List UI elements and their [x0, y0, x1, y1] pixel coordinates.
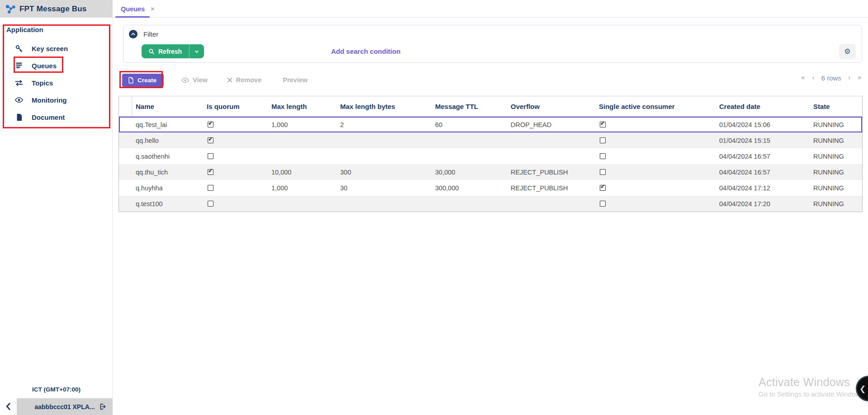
cell-message-ttl: [432, 148, 507, 164]
table-row[interactable]: q.test10004/04/2024 17:20RUNNING: [119, 196, 862, 212]
cell-name: qq.hello: [132, 132, 203, 148]
column-header[interactable]: State: [810, 96, 862, 116]
column-header[interactable]: Message TTL: [432, 96, 507, 116]
sidebar-item-monitoring[interactable]: Monitoring: [0, 91, 113, 108]
cell-created-date: 01/04/2024 15:06: [716, 117, 810, 132]
cell-message-ttl: [432, 132, 507, 148]
cell-max-length: 1,000: [268, 180, 337, 196]
checked-checkbox-icon: [600, 122, 606, 127]
unchecked-checkbox-icon: [208, 185, 213, 191]
column-header[interactable]: Overflow: [507, 96, 595, 116]
column-header[interactable]: Name: [132, 96, 203, 116]
table-row[interactable]: qq.thu_tich10,00030030,000REJECT_PUBLISH…: [119, 164, 862, 180]
cell-name: qq.Test_lai: [132, 117, 203, 132]
sidebar: FPT Message Bus Application Key screenQu…: [0, 0, 113, 415]
filter-panel: Filter Refresh Add search condition ⚙: [123, 25, 862, 63]
user-bar: aabbbccc01 XPLA...: [0, 398, 113, 415]
row-indicator-cell: [119, 164, 132, 180]
table-row[interactable]: q.huyhha1,00030300,000REJECT_PUBLISH04/0…: [119, 180, 862, 196]
queues-table: NameIs quorumMax lengthMax length bytesM…: [119, 96, 863, 212]
cell-overflow: [507, 148, 595, 164]
remove-button[interactable]: Remove: [227, 76, 261, 84]
table-row[interactable]: qq.hello01/04/2024 15:15RUNNING: [119, 132, 862, 148]
create-button[interactable]: Create: [122, 74, 164, 87]
topics-icon: [15, 79, 23, 87]
cell-max-length-bytes: 2: [337, 117, 432, 132]
row-indicator-cell: [119, 196, 132, 212]
cell-overflow: DROP_HEAD: [507, 117, 595, 132]
column-header[interactable]: Max length: [268, 96, 337, 116]
search-icon: [148, 48, 155, 55]
sidebar-item-key-screen[interactable]: Key screen: [0, 40, 113, 57]
last-page-icon[interactable]: »: [858, 74, 862, 82]
row-indicator-cell: [119, 148, 132, 164]
column-header[interactable]: Created date: [716, 96, 810, 116]
sidebar-item-queues[interactable]: Queues: [0, 57, 113, 74]
cell-name: q.huyhha: [132, 180, 203, 196]
table-header-row: NameIs quorumMax lengthMax length bytesM…: [119, 96, 862, 117]
preview-button[interactable]: Preview: [283, 76, 308, 84]
view-label: View: [193, 76, 208, 84]
sidebar-item-topics[interactable]: Topics: [0, 74, 113, 91]
cell-created-date: 04/04/2024 17:12: [716, 180, 810, 196]
checked-checkbox-icon: [208, 169, 213, 175]
cell-single-active-consumer: [595, 132, 716, 148]
row-indicator-cell: [119, 180, 132, 196]
cell-max-length: [268, 196, 337, 212]
view-button[interactable]: View: [181, 76, 208, 84]
column-header[interactable]: Is quorum: [203, 96, 268, 116]
row-indicator-cell: [119, 132, 132, 148]
refresh-dropdown-icon[interactable]: [189, 44, 204, 58]
table-row[interactable]: q.saothenhi04/04/2024 16:57RUNNING: [119, 148, 862, 164]
user-account[interactable]: aabbbccc01 XPLA...: [17, 398, 113, 415]
sidebar-section-label: Application: [6, 26, 43, 33]
app-logo-icon: [5, 4, 15, 14]
cell-created-date: 01/04/2024 15:15: [716, 132, 810, 148]
rows-count-label: 6 rows: [821, 74, 841, 82]
document-icon: [15, 113, 23, 121]
preview-label: Preview: [283, 76, 308, 84]
logout-icon[interactable]: [99, 403, 107, 410]
app-header: FPT Message Bus: [0, 0, 113, 18]
cell-state: RUNNING: [810, 117, 862, 132]
row-indicator-cell: [119, 117, 132, 132]
tab-queues[interactable]: Queues ✕: [115, 0, 160, 18]
cell-overflow: REJECT_PUBLISH: [507, 180, 595, 196]
add-search-condition-link[interactable]: Add search condition: [331, 47, 400, 55]
cell-name: q.test100: [132, 196, 203, 212]
key-icon: [15, 44, 23, 52]
cell-single-active-consumer: [595, 117, 716, 132]
table-row[interactable]: qq.Test_lai1,000260DROP_HEAD01/04/2024 1…: [119, 117, 862, 132]
sidebar-menu: Key screenQueuesTopicsMonitoringDocument: [0, 40, 113, 126]
timezone-label: ICT (GMT+07:00): [0, 386, 113, 393]
refresh-button[interactable]: Refresh: [142, 44, 204, 58]
column-header[interactable]: Max length bytes: [337, 96, 432, 116]
sidebar-collapse-icon[interactable]: [4, 401, 14, 411]
checked-checkbox-icon: [208, 137, 213, 143]
cell-state: RUNNING: [810, 148, 862, 164]
x-icon: [227, 77, 232, 83]
cell-state: RUNNING: [810, 164, 862, 180]
first-page-icon[interactable]: «: [801, 74, 805, 82]
cell-single-active-consumer: [595, 196, 716, 212]
cell-single-active-consumer: [595, 180, 716, 196]
cell-max-length-bytes: 300: [337, 164, 432, 180]
filter-collapse-icon[interactable]: [129, 30, 138, 38]
main-area: Queues ✕ Filter Refresh Add search condi…: [113, 0, 868, 415]
pagination: « ‹ 6 rows › »: [801, 74, 862, 82]
cell-name: q.saothenhi: [132, 148, 203, 164]
sidebar-item-label: Document: [32, 113, 65, 121]
tab-close-icon[interactable]: ✕: [150, 6, 155, 12]
settings-button[interactable]: ⚙: [839, 44, 856, 59]
prev-page-icon[interactable]: ‹: [812, 74, 815, 82]
tab-active-underline: [115, 16, 150, 18]
tab-queues-label: Queues: [121, 5, 145, 13]
cell-is-quorum: [203, 148, 268, 164]
cell-message-ttl: 30,000: [432, 164, 507, 180]
column-header[interactable]: Single active consumer: [595, 96, 716, 116]
cell-max-length: 10,000: [268, 164, 337, 180]
cell-is-quorum: [203, 132, 268, 148]
next-page-icon[interactable]: ›: [848, 74, 851, 82]
sidebar-item-document[interactable]: Document: [0, 108, 113, 126]
unchecked-checkbox-icon: [208, 153, 213, 159]
